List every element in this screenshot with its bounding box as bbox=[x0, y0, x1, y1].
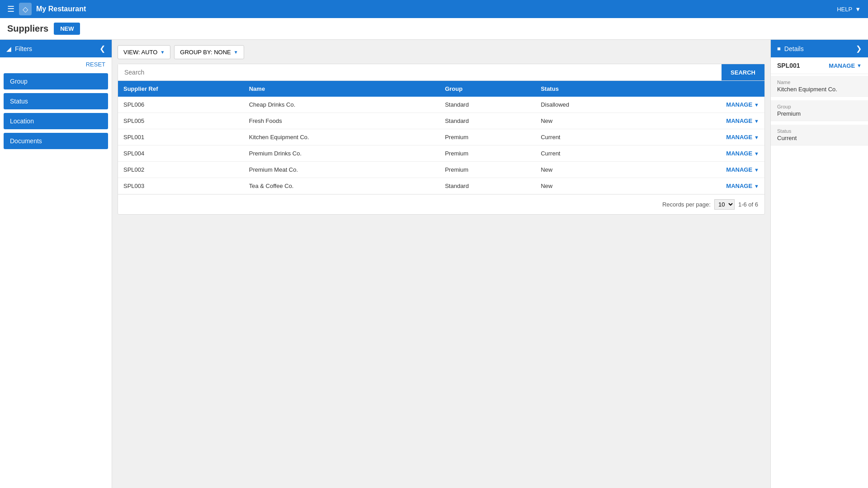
groupby-dropdown-arrow: ▼ bbox=[234, 50, 238, 55]
sidebar-item-documents[interactable]: Documents bbox=[4, 133, 108, 149]
search-bar: SEARCH bbox=[118, 64, 764, 81]
details-field-status: Status Current bbox=[771, 125, 868, 145]
records-per-page-select[interactable]: 10 25 50 bbox=[714, 199, 735, 210]
cell-status: Disallowed bbox=[535, 97, 644, 113]
manage-dropdown-arrow[interactable]: ▼ bbox=[754, 167, 759, 173]
cell-status: Current bbox=[535, 129, 644, 145]
details-header: ■ Details ❯ bbox=[771, 40, 868, 57]
search-button[interactable]: SEARCH bbox=[722, 64, 764, 80]
manage-button[interactable]: MANAGE bbox=[726, 101, 752, 108]
details-ref-row: SPL001 MANAGE ▼ bbox=[771, 57, 868, 74]
table-row: SPL002 Premium Meat Co. Premium New MANA… bbox=[118, 162, 764, 178]
details-status-label: Status bbox=[777, 128, 862, 134]
pagination: Records per page: 10 25 50 1-6 of 6 bbox=[118, 194, 764, 214]
group-by-button[interactable]: GROUP BY: NONE ▼ bbox=[174, 45, 244, 59]
cell-group: Standard bbox=[439, 113, 535, 129]
details-name-value: Kitchen Equipment Co. bbox=[777, 86, 862, 93]
manage-button[interactable]: MANAGE bbox=[726, 134, 752, 141]
records-range: 1-6 of 6 bbox=[738, 201, 758, 208]
cell-manage: MANAGE ▼ bbox=[644, 145, 764, 162]
manage-button[interactable]: MANAGE bbox=[726, 117, 752, 124]
details-expand-icon[interactable]: ❯ bbox=[856, 44, 862, 53]
manage-dropdown-arrow[interactable]: ▼ bbox=[754, 102, 759, 108]
records-per-page-label: Records per page: bbox=[662, 201, 711, 208]
cell-status: New bbox=[535, 113, 644, 129]
suppliers-table: Supplier Ref Name Group Status SPL006 Ch… bbox=[118, 81, 764, 194]
main-layout: ◢ Filters ❮ RESET Group Status Location … bbox=[0, 40, 868, 488]
top-nav: ☰ ◇ My Restaurant HELP ▼ bbox=[0, 0, 868, 18]
col-group: Group bbox=[439, 81, 535, 97]
details-manage-arrow[interactable]: ▼ bbox=[857, 63, 862, 68]
manage-button[interactable]: MANAGE bbox=[726, 166, 752, 173]
view-auto-button[interactable]: VIEW: AUTO ▼ bbox=[118, 45, 170, 59]
help-label[interactable]: HELP bbox=[837, 6, 852, 13]
manage-dropdown-arrow[interactable]: ▼ bbox=[754, 183, 759, 189]
cell-manage: MANAGE ▼ bbox=[644, 97, 764, 113]
cell-name: Cheap Drinks Co. bbox=[244, 97, 439, 113]
table-row: SPL003 Tea & Coffee Co. Standard New MAN… bbox=[118, 178, 764, 194]
cell-name: Fresh Foods bbox=[244, 113, 439, 129]
details-group-value: Premium bbox=[777, 110, 862, 117]
cell-name: Premium Drinks Co. bbox=[244, 145, 439, 162]
sidebar-item-group[interactable]: Group bbox=[4, 73, 108, 89]
filters-label: Filters bbox=[15, 45, 32, 52]
cell-name: Tea & Coffee Co. bbox=[244, 178, 439, 194]
sidebar-filters: ◢ Filters ❮ RESET Group Status Location … bbox=[0, 40, 112, 488]
table-row: SPL001 Kitchen Equipment Co. Premium Cur… bbox=[118, 129, 764, 145]
cell-manage: MANAGE ▼ bbox=[644, 178, 764, 194]
details-field-name: Name Kitchen Equipment Co. bbox=[771, 76, 868, 97]
cell-status: New bbox=[535, 178, 644, 194]
col-status: Status bbox=[535, 81, 644, 97]
manage-dropdown-arrow[interactable]: ▼ bbox=[754, 151, 759, 156]
records-per-page-select-container: 10 25 50 bbox=[714, 199, 735, 210]
manage-dropdown-arrow[interactable]: ▼ bbox=[754, 118, 759, 124]
content-area: VIEW: AUTO ▼ GROUP BY: NONE ▼ SEARCH Sup… bbox=[112, 40, 770, 488]
view-dropdown-arrow: ▼ bbox=[160, 50, 165, 55]
details-manage-row: MANAGE ▼ bbox=[829, 62, 862, 69]
cell-name: Premium Meat Co. bbox=[244, 162, 439, 178]
details-manage-button[interactable]: MANAGE bbox=[829, 62, 855, 69]
cell-group: Premium bbox=[439, 129, 535, 145]
col-name: Name bbox=[244, 81, 439, 97]
filters-collapse-icon[interactable]: ❮ bbox=[99, 44, 105, 53]
details-field-group: Group Premium bbox=[771, 100, 868, 121]
app-logo: ◇ bbox=[19, 3, 32, 15]
page-header: Suppliers NEW bbox=[0, 18, 868, 40]
cell-ref: SPL006 bbox=[118, 97, 244, 113]
toolbar: VIEW: AUTO ▼ GROUP BY: NONE ▼ bbox=[118, 45, 765, 59]
col-actions bbox=[644, 81, 764, 97]
reset-button[interactable]: RESET bbox=[0, 57, 112, 71]
filter-icon: ◢ bbox=[6, 45, 11, 52]
help-chevron-icon[interactable]: ▼ bbox=[855, 6, 861, 13]
new-button[interactable]: NEW bbox=[54, 23, 80, 35]
manage-dropdown-arrow[interactable]: ▼ bbox=[754, 135, 759, 140]
cell-ref: SPL004 bbox=[118, 145, 244, 162]
cell-status: Current bbox=[535, 145, 644, 162]
hamburger-icon[interactable]: ☰ bbox=[7, 4, 14, 14]
filters-header: ◢ Filters ❮ bbox=[0, 40, 112, 57]
cell-group: Premium bbox=[439, 145, 535, 162]
cell-manage: MANAGE ▼ bbox=[644, 129, 764, 145]
details-name-label: Name bbox=[777, 80, 862, 85]
cell-name: Kitchen Equipment Co. bbox=[244, 129, 439, 145]
cell-group: Standard bbox=[439, 97, 535, 113]
sidebar-item-status[interactable]: Status bbox=[4, 93, 108, 109]
cell-ref: SPL002 bbox=[118, 162, 244, 178]
cell-group: Standard bbox=[439, 178, 535, 194]
cell-ref: SPL005 bbox=[118, 113, 244, 129]
manage-button[interactable]: MANAGE bbox=[726, 150, 752, 157]
table-row: SPL006 Cheap Drinks Co. Standard Disallo… bbox=[118, 97, 764, 113]
app-title: My Restaurant bbox=[36, 5, 86, 13]
details-ref: SPL001 bbox=[777, 62, 800, 69]
details-status-value: Current bbox=[777, 135, 862, 141]
search-input[interactable] bbox=[118, 64, 722, 80]
cell-status: New bbox=[535, 162, 644, 178]
table-row: SPL005 Fresh Foods Standard New MANAGE ▼ bbox=[118, 113, 764, 129]
details-label: Details bbox=[784, 45, 804, 52]
sidebar-item-location[interactable]: Location bbox=[4, 113, 108, 129]
manage-button[interactable]: MANAGE bbox=[726, 183, 752, 189]
cell-manage: MANAGE ▼ bbox=[644, 162, 764, 178]
cell-ref: SPL003 bbox=[118, 178, 244, 194]
cell-ref: SPL001 bbox=[118, 129, 244, 145]
table-row: SPL004 Premium Drinks Co. Premium Curren… bbox=[118, 145, 764, 162]
